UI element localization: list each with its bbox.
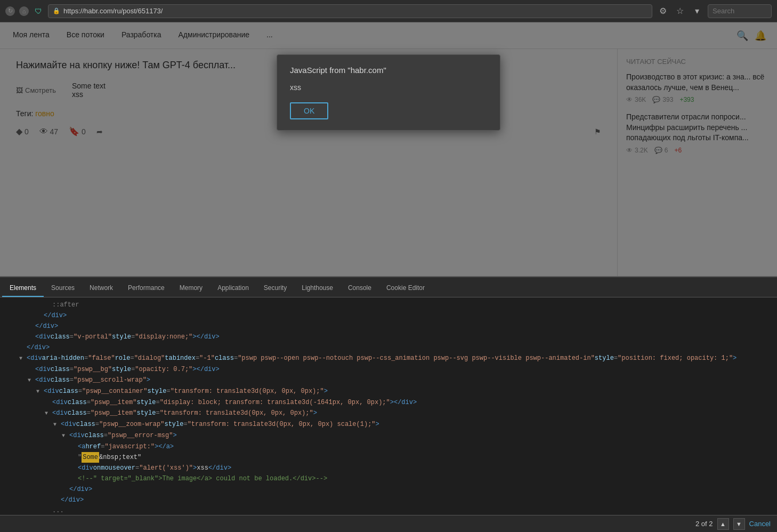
toggle-arrow[interactable]: ▼	[19, 353, 26, 364]
devtools-bottom-bar: 2 of 2 ▲ ▼ Cancel	[0, 515, 777, 532]
alert-buttons: OK	[290, 102, 487, 119]
code-line: </div>	[0, 321, 777, 332]
toggle-arrow[interactable]: ▼	[53, 420, 60, 430]
tab-sources[interactable]: Sources	[44, 281, 82, 297]
browser-search-input[interactable]	[708, 4, 772, 18]
page-next-button[interactable]: ▼	[733, 518, 745, 530]
code-line: ▼ <div class="pswp__item" style="transfo…	[0, 408, 777, 419]
tab-console[interactable]: Console	[341, 281, 379, 297]
code-line: ▼ <div class="pswp__container" style="tr…	[0, 386, 777, 397]
tab-elements[interactable]: Elements	[2, 281, 44, 297]
code-line: <div class="pswp__item" style="display: …	[0, 397, 777, 408]
tab-network[interactable]: Network	[82, 281, 120, 297]
toggle-arrow[interactable]: ▼	[62, 431, 68, 441]
code-line: </div>	[0, 484, 777, 495]
code-line: ▼ <div class="pswp__scroll-wrap">	[0, 375, 777, 386]
browser-actions: ⚙ ☆ ▾	[657, 4, 772, 18]
devtools-content: ::after </div> </div> <div class="v-port…	[0, 297, 777, 515]
code-line: ...	[0, 505, 777, 515]
code-line: </div>	[0, 495, 777, 505]
toggle-arrow[interactable]: ▼	[36, 386, 43, 397]
refresh-button[interactable]: ↻	[5, 6, 15, 16]
code-line: <!--" target="_blank">The image</a> coul…	[0, 473, 777, 484]
toggle-arrow[interactable]: ▼	[28, 375, 34, 386]
bookmark-icon[interactable]: ☆	[674, 5, 686, 18]
cancel-button[interactable]: Cancel	[749, 520, 771, 528]
tab-memory[interactable]: Memory	[172, 281, 210, 297]
code-line: "Some&nbsp;text"	[0, 452, 777, 463]
main-content: Моя лента Все потоки Разработка Админист…	[0, 22, 777, 276]
tab-lighthouse[interactable]: Lighthouse	[294, 281, 341, 297]
code-line: ▼ <div aria-hidden="false" role="dialog"…	[0, 353, 777, 364]
code-line: ▼ <div class="pswp__error-msg">	[0, 430, 777, 441]
code-line: </div>	[0, 342, 777, 353]
alert-overlay: JavaScript from "habr.com" xss OK	[0, 22, 777, 276]
menu-dropdown-icon[interactable]: ▾	[691, 5, 703, 18]
page-counter: 2 of 2	[695, 520, 713, 528]
tab-cookie-editor[interactable]: Cookie Editor	[379, 281, 432, 297]
browser-chrome: ↻ ⌂ 🛡 🔒 https://habr.com/ru/post/651173/…	[0, 0, 777, 22]
code-line: ::after	[0, 300, 777, 310]
alert-dialog: JavaScript from "habr.com" xss OK	[277, 54, 500, 131]
devtools-tabs: Elements Sources Network Performance Mem…	[0, 277, 777, 297]
highlight-some: Some	[82, 452, 99, 463]
profile-icon[interactable]: ⚙	[657, 5, 669, 18]
tab-security[interactable]: Security	[256, 281, 294, 297]
code-panel[interactable]: ::after </div> </div> <div class="v-port…	[0, 297, 777, 515]
url-text: https://habr.com/ru/post/651173/	[63, 7, 163, 15]
code-line: <div class="pswp__bg" style="opacity: 0.…	[0, 364, 777, 375]
code-line: <a href="javascript:"></a>	[0, 441, 777, 452]
code-line: <div onmouseover="alert('xss')">xss</div…	[0, 463, 777, 473]
shield-icon[interactable]: 🛡	[33, 6, 44, 17]
alert-message: xss	[290, 83, 487, 92]
tab-performance[interactable]: Performance	[120, 281, 172, 297]
alert-title: JavaScript from "habr.com"	[290, 66, 487, 75]
code-line: <div class="v-portal" style="display:non…	[0, 332, 777, 342]
code-line: ▼ <div class="pswp__zoom-wrap" style="tr…	[0, 419, 777, 430]
devtools: Elements Sources Network Performance Mem…	[0, 276, 777, 532]
alert-ok-button[interactable]: OK	[290, 102, 328, 119]
toggle-arrow[interactable]: ▼	[45, 408, 51, 419]
code-line: </div>	[0, 310, 777, 321]
page-prev-button[interactable]: ▲	[717, 518, 729, 530]
home-button[interactable]: ⌂	[19, 6, 29, 16]
lock-icon: 🔒	[53, 7, 60, 14]
tab-application[interactable]: Application	[210, 281, 256, 297]
address-bar[interactable]: 🔒 https://habr.com/ru/post/651173/	[48, 4, 652, 18]
